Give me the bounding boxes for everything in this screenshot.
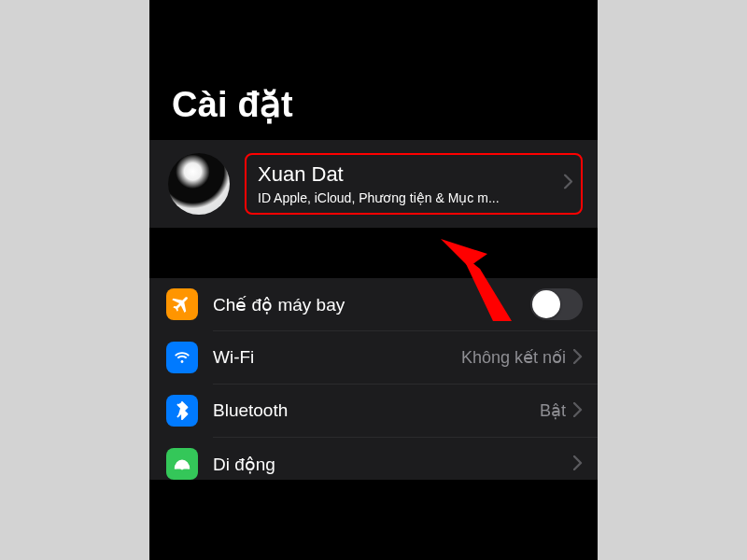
account-subtitle: ID Apple, iCloud, Phương tiện & Mục m...	[258, 190, 553, 205]
row-label: Wi-Fi	[213, 347, 461, 368]
row-label: Di động	[213, 454, 573, 475]
row-airplane-mode[interactable]: Chế độ máy bay	[149, 278, 598, 330]
section-gap	[149, 228, 598, 278]
chevron-right-icon	[573, 347, 583, 369]
avatar	[168, 153, 230, 215]
row-bluetooth[interactable]: Bluetooth Bật	[149, 385, 598, 437]
settings-screen: Cài đặt Xuan Dat ID Apple, iCloud, Phươn…	[149, 0, 598, 560]
page-title: Cài đặt	[149, 0, 598, 140]
chevron-right-icon	[564, 175, 573, 194]
row-value: Bật	[540, 400, 566, 421]
wifi-icon	[166, 342, 198, 373]
account-row[interactable]: Xuan Dat ID Apple, iCloud, Phương tiện &…	[149, 140, 598, 228]
toggle-knob	[532, 290, 560, 318]
row-label: Bluetooth	[213, 400, 540, 421]
chevron-right-icon	[573, 400, 583, 422]
cellular-icon	[166, 448, 198, 480]
settings-list: Chế độ máy bay Wi-Fi Không kết nối Bluet…	[149, 278, 598, 480]
row-wifi[interactable]: Wi-Fi Không kết nối	[149, 331, 598, 384]
svg-point-0	[180, 467, 184, 470]
bluetooth-icon	[166, 395, 198, 427]
row-cellular[interactable]: Di động	[149, 438, 598, 480]
account-name: Xuan Dat	[258, 162, 553, 187]
airplane-icon	[166, 288, 198, 320]
chevron-right-icon	[573, 454, 583, 475]
airplane-toggle[interactable]	[530, 288, 583, 320]
row-label: Chế độ máy bay	[213, 294, 530, 315]
annotation-highlight: Xuan Dat ID Apple, iCloud, Phương tiện &…	[245, 153, 583, 215]
row-value: Không kết nối	[461, 347, 566, 368]
